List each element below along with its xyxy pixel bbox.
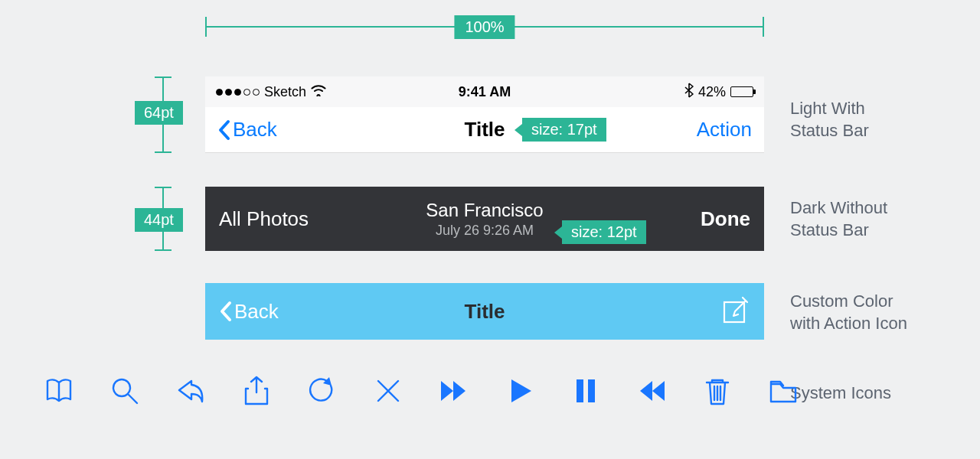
nav-bar-dark: All Photos San Francisco July 26 9:26 AM… xyxy=(205,187,764,251)
chevron-left-icon xyxy=(219,301,233,322)
wifi-icon xyxy=(311,84,326,100)
compose-icon xyxy=(720,295,750,325)
play-icon xyxy=(504,375,536,407)
book-icon xyxy=(43,375,75,407)
compose-button[interactable] xyxy=(720,295,750,328)
desc-light: Light WithStatus Bar xyxy=(790,98,869,142)
battery-pct: 42% xyxy=(698,84,726,100)
refresh-icon xyxy=(306,375,338,407)
subtitle-size-annotation: size: 12pt xyxy=(562,220,646,244)
share-icon xyxy=(240,375,273,407)
desc-dark: Dark WithoutStatus Bar xyxy=(790,197,887,241)
trash-icon xyxy=(701,375,733,407)
back-label: Back xyxy=(233,118,277,142)
pause-icon xyxy=(570,375,602,407)
status-time: 9:41 AM xyxy=(395,84,574,100)
rewind-icon xyxy=(635,375,668,407)
back-button[interactable]: All Photos xyxy=(219,207,309,231)
desc-custom: Custom Colorwith Action Icon xyxy=(790,291,907,334)
nav-bar-custom: Back Title xyxy=(205,283,764,340)
fast-forward-icon xyxy=(438,375,470,407)
chevron-left-icon xyxy=(217,119,231,141)
reply-icon xyxy=(175,375,207,407)
width-ruler: 100% xyxy=(205,8,764,34)
width-badge: 100% xyxy=(454,15,514,39)
nav-title: Title xyxy=(465,300,505,324)
back-label: Back xyxy=(234,300,279,324)
height-badge-1: 64pt xyxy=(135,101,183,125)
nav-subtitle: July 26 9:26 AM xyxy=(426,223,543,239)
title-size-annotation: size: 17pt xyxy=(522,118,606,142)
search-icon xyxy=(109,375,141,407)
back-button[interactable]: Back xyxy=(219,300,279,324)
nav-title: San Francisco xyxy=(426,200,543,221)
nav-bar-light: Back Title Action size: 17pt xyxy=(205,107,764,153)
system-icons-row xyxy=(43,375,799,407)
nav-title: Title xyxy=(465,118,505,142)
status-bar: Sketch 9:41 AM 42% xyxy=(205,76,764,107)
svg-rect-3 xyxy=(588,379,595,402)
svg-rect-2 xyxy=(577,379,583,402)
action-button[interactable]: Action xyxy=(697,118,752,142)
signal-dots-icon xyxy=(216,89,260,96)
carrier-label: Sketch xyxy=(264,84,306,100)
folder-icon xyxy=(767,375,799,407)
close-icon xyxy=(372,375,404,407)
height-badge-2: 44pt xyxy=(135,208,183,232)
done-button[interactable]: Done xyxy=(701,207,750,231)
bluetooth-icon xyxy=(684,83,694,102)
desc-icons: System Icons xyxy=(790,382,891,405)
battery-icon xyxy=(730,86,753,97)
back-button[interactable]: Back xyxy=(217,118,277,142)
svg-point-1 xyxy=(113,379,130,396)
